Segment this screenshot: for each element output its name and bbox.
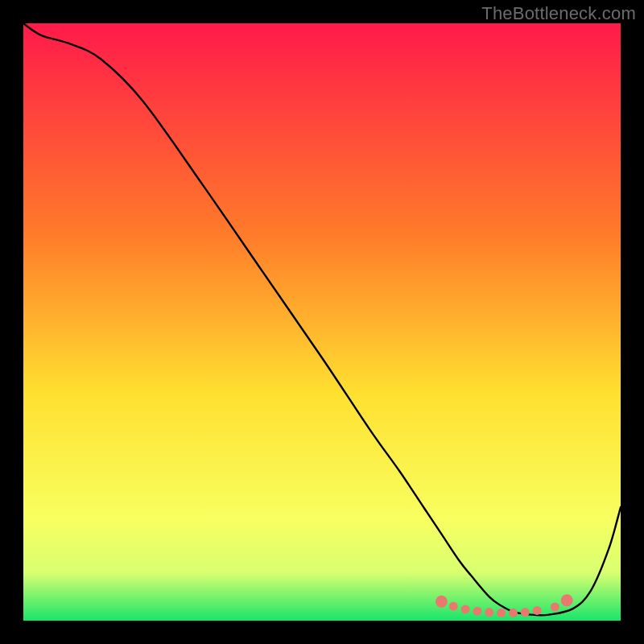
marker-dot bbox=[449, 602, 458, 611]
marker-dot bbox=[497, 609, 506, 617]
marker-dot bbox=[461, 605, 470, 613]
chart-frame: TheBottleneck.com bbox=[0, 0, 644, 644]
watermark-text: TheBottleneck.com bbox=[481, 3, 636, 24]
marker-dot bbox=[551, 602, 559, 611]
chart-svg bbox=[23, 23, 621, 621]
marker-dot bbox=[485, 608, 493, 617]
marker-dot bbox=[473, 607, 481, 616]
marker-dot bbox=[436, 596, 448, 608]
marker-dot bbox=[521, 608, 530, 617]
plot-area bbox=[23, 23, 621, 621]
marker-dot bbox=[509, 609, 518, 617]
gradient-background bbox=[23, 23, 621, 621]
marker-dot bbox=[533, 606, 542, 615]
marker-dot bbox=[561, 594, 573, 606]
